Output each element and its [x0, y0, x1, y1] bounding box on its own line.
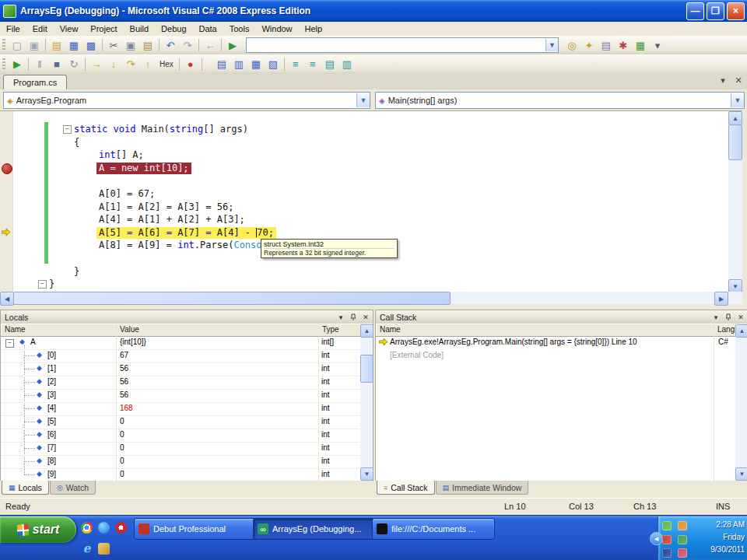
- breakpoint-icon[interactable]: [2, 163, 12, 174]
- scroll-up-icon[interactable]: ▲: [735, 324, 747, 338]
- show-next-statement-icon[interactable]: →: [88, 57, 105, 72]
- tray-icon-4[interactable]: [678, 535, 687, 544]
- toolbox-icon[interactable]: ▦: [632, 37, 649, 53]
- watch-window-icon[interactable]: ▧: [265, 57, 282, 72]
- messenger-icon[interactable]: [98, 522, 110, 534]
- task-button[interactable]: ∞ArraysEg (Debugging...: [253, 518, 376, 540]
- collapse-region-icon[interactable]: −: [38, 280, 47, 289]
- locals-row[interactable]: ◆[8]0int: [1, 455, 359, 469]
- locals-row[interactable]: ◆[7]0int: [1, 442, 359, 456]
- paste-icon[interactable]: ▤: [139, 37, 156, 53]
- editor-vertical-scrollbar[interactable]: ▲ ▼: [728, 111, 742, 292]
- menu-tools[interactable]: Tools: [223, 23, 256, 34]
- navigate-backward-icon[interactable]: ←: [202, 37, 219, 53]
- tab-scroll-down-icon[interactable]: ▾: [717, 75, 728, 86]
- open-file-icon[interactable]: ▤: [48, 37, 65, 53]
- call-stack-row[interactable]: ArraysEg.exe!ArraysEg.Program.Main(strin…: [376, 336, 735, 349]
- chrome-icon[interactable]: [81, 522, 93, 534]
- scroll-down-icon[interactable]: ▼: [360, 467, 374, 481]
- locals-scrollbar[interactable]: ▲ ▼: [360, 324, 373, 481]
- step-out-icon[interactable]: ↑: [139, 57, 156, 72]
- undo-icon[interactable]: ↶: [162, 37, 179, 53]
- error-list-icon[interactable]: ▤: [598, 37, 615, 53]
- copy-icon[interactable]: ▣: [122, 37, 139, 53]
- locals-window-icon[interactable]: ▦: [247, 57, 265, 72]
- uncomment-icon[interactable]: ▥: [338, 57, 356, 72]
- tab-locals[interactable]: ▦Locals: [2, 481, 49, 495]
- locals-row[interactable]: ◆[5]0int: [1, 415, 359, 429]
- output-window-icon[interactable]: ▤: [213, 57, 230, 72]
- column-header-lang[interactable]: Lang: [714, 324, 735, 335]
- scrollbar-thumb[interactable]: [360, 355, 374, 383]
- menu-data[interactable]: Data: [193, 23, 223, 34]
- locals-row[interactable]: ◆[1]56int: [1, 362, 359, 376]
- find-combo-box[interactable]: ▼: [246, 37, 559, 53]
- step-into-icon[interactable]: ↓: [105, 57, 122, 72]
- start-button[interactable]: start: [0, 516, 76, 543]
- restart-icon[interactable]: ↻: [65, 57, 82, 72]
- code-text-area[interactable]: static void Main(string[] args){int[] A;…: [0, 111, 728, 292]
- close-icon[interactable]: ×: [727, 2, 745, 20]
- column-header-value[interactable]: Value: [116, 324, 319, 335]
- continue-icon[interactable]: ▶: [9, 57, 26, 72]
- column-header-name[interactable]: Name: [376, 324, 714, 335]
- task-button[interactable]: file:///C:/Documents ...: [372, 518, 495, 540]
- scroll-down-icon[interactable]: ▼: [735, 467, 747, 481]
- locals-row[interactable]: ◆[0]67int: [1, 349, 359, 363]
- tray-icon-3[interactable]: [662, 535, 672, 544]
- menu-build[interactable]: Build: [124, 23, 155, 34]
- tab-program-cs[interactable]: Program.cs: [3, 75, 67, 89]
- menu-help[interactable]: Help: [299, 23, 329, 34]
- types-dropdown[interactable]: ◈ ArraysEg.Program ▼: [3, 92, 370, 109]
- menu-debug[interactable]: Debug: [155, 23, 192, 34]
- scroll-left-icon[interactable]: ◀: [0, 292, 14, 306]
- members-dropdown[interactable]: ◈ Main(string[] args) ▼: [375, 92, 745, 109]
- locals-row[interactable]: ◆[4]168int: [1, 402, 359, 416]
- hide-icons-chevron-icon[interactable]: ◀: [650, 532, 663, 545]
- comment-icon[interactable]: ▤: [321, 57, 338, 72]
- start-debugging-icon[interactable]: ▶: [224, 37, 241, 53]
- restore-icon[interactable]: ❐: [707, 2, 724, 20]
- locals-row[interactable]: ◆[6]0int: [1, 429, 359, 443]
- tray-icon-2[interactable]: [678, 521, 687, 530]
- immediate-window-icon[interactable]: ▥: [230, 57, 247, 72]
- hex-display-button[interactable]: Hex: [156, 57, 177, 72]
- breakpoint-gutter[interactable]: [0, 111, 13, 292]
- scroll-up-icon[interactable]: ▲: [728, 111, 742, 125]
- scroll-right-icon[interactable]: ▶: [714, 292, 728, 306]
- call-stack-scrollbar[interactable]: ▲ ▼: [735, 324, 747, 481]
- editor-horizontal-scrollbar[interactable]: ◀ ▶: [0, 292, 728, 304]
- menu-window[interactable]: Window: [255, 23, 298, 34]
- task-button[interactable]: Debut Professional: [134, 518, 257, 540]
- save-all-icon[interactable]: ▩: [82, 37, 100, 53]
- chevron-down-icon[interactable]: ▼: [731, 93, 744, 107]
- tab-watch[interactable]: ◎Watch: [50, 481, 96, 495]
- column-header-type[interactable]: Type: [318, 324, 359, 335]
- stop-debugging-icon[interactable]: ■: [48, 57, 65, 72]
- menu-edit[interactable]: Edit: [26, 23, 54, 34]
- collapse-region-icon[interactable]: −: [63, 125, 72, 134]
- class-view-icon[interactable]: ✦: [580, 37, 598, 53]
- window-position-icon[interactable]: ▾: [335, 312, 346, 322]
- save-icon[interactable]: ▦: [65, 37, 82, 53]
- tab-immediate-window[interactable]: ▤Immediate Window: [436, 481, 529, 495]
- tray-icon-1[interactable]: [662, 521, 672, 530]
- tray-icon-5[interactable]: [662, 548, 672, 558]
- image-viewer-icon[interactable]: [98, 543, 110, 555]
- chevron-down-icon[interactable]: ▼: [356, 93, 370, 107]
- media-player-icon[interactable]: [115, 522, 127, 534]
- find-icon[interactable]: ◎: [563, 37, 580, 53]
- scrollbar-thumb[interactable]: [728, 124, 742, 160]
- locals-row[interactable]: −◆A{int[10]}int[]: [1, 336, 359, 350]
- locals-row[interactable]: ◆[9]0int: [1, 468, 359, 481]
- close-icon[interactable]: ✕: [735, 312, 746, 322]
- break-all-icon[interactable]: ‖: [31, 57, 48, 72]
- step-over-icon[interactable]: ↷: [122, 57, 139, 72]
- indent-increase-icon[interactable]: ≡: [304, 57, 321, 72]
- scrollbar-thumb[interactable]: [13, 292, 451, 305]
- cut-icon[interactable]: ✂: [105, 37, 122, 53]
- auto-hide-pin-icon[interactable]: [348, 312, 359, 322]
- auto-hide-pin-icon[interactable]: [723, 312, 734, 322]
- add-item-icon[interactable]: ▢: [9, 37, 26, 53]
- window-position-icon[interactable]: ▾: [710, 312, 721, 322]
